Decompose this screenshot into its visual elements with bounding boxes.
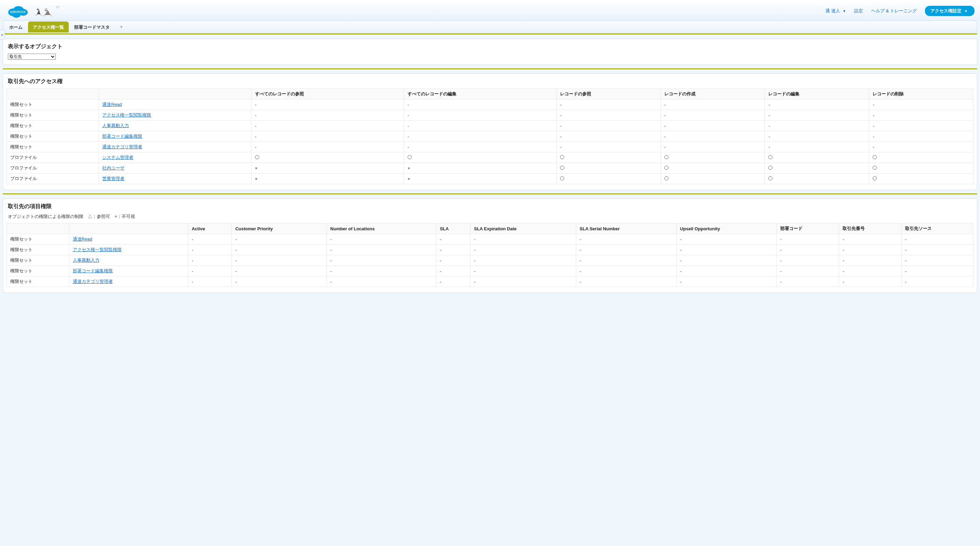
salesforce-logo[interactable]: salesforce (5, 3, 30, 19)
permission-link[interactable]: 部署コード編集権限 (102, 133, 142, 139)
perm-cell: - (765, 110, 869, 121)
perm-cell: - (839, 276, 902, 287)
row-type: プロファイル (7, 152, 99, 163)
table-row: 権限セット通達Read------ (7, 99, 974, 110)
perm-cell (765, 163, 869, 174)
permission-link[interactable]: 部署コード編集権限 (73, 268, 113, 273)
tab-部署コードマスタ[interactable]: 部署コードマスタ (69, 22, 115, 32)
circle-icon (560, 176, 564, 180)
circle-icon (768, 166, 772, 170)
permission-link[interactable]: 通達カテゴリ管理者 (102, 144, 142, 149)
permission-link[interactable]: 通達カテゴリ管理者 (73, 279, 113, 284)
permission-link[interactable]: 営業管理者 (102, 176, 124, 181)
perm-cell (661, 152, 765, 163)
svg-rect-9 (45, 9, 48, 10)
perm-cell: - (557, 142, 661, 152)
help-link[interactable]: ヘルプ & トレーニング (871, 8, 917, 14)
perm-cell: - (661, 121, 765, 131)
perm-cell: - (839, 244, 902, 255)
perm-cell: - (188, 276, 231, 287)
circle-icon (768, 155, 772, 159)
perm-cell: - (188, 266, 231, 276)
perm-cell (869, 163, 974, 174)
table-header: レコードの削除 (869, 89, 974, 99)
circle-icon (664, 166, 668, 170)
app-switcher-button[interactable]: アクセス権設定 ▼ (925, 6, 975, 16)
row-name: 通達カテゴリ管理者 (99, 142, 251, 152)
perm-cell: - (765, 99, 869, 110)
perm-cell (661, 174, 765, 184)
permission-link[interactable]: アクセス権一覧閲覧権限 (73, 247, 122, 252)
permission-link[interactable]: システム管理者 (102, 155, 134, 160)
perm-cell: - (188, 255, 231, 266)
perm-cell: - (661, 110, 765, 121)
perm-cell: - (661, 131, 765, 142)
perm-cell: - (232, 266, 327, 276)
object-select[interactable]: 取引先 (8, 54, 56, 60)
perm-cell: × (404, 163, 556, 174)
table-header: レコードの参照 (557, 89, 661, 99)
perm-cell: - (869, 110, 974, 121)
perm-cell: - (557, 110, 661, 121)
perm-cell: - (839, 234, 902, 244)
perm-cell: - (471, 255, 576, 266)
circle-icon (664, 155, 668, 159)
sidebar-toggle[interactable]: ▸ (0, 29, 5, 40)
permission-link[interactable]: 通達Read (102, 102, 122, 107)
perm-cell (869, 174, 974, 184)
perm-cell: - (869, 142, 974, 152)
permission-link[interactable]: アクセス権一覧閲覧権限 (102, 113, 151, 117)
perm-cell: - (404, 99, 556, 110)
svg-text:'17: '17 (56, 5, 59, 9)
perm-cell: - (901, 234, 973, 244)
tab-underline (3, 33, 977, 35)
perm-cell: - (404, 110, 556, 121)
table-header: レコードの作成 (661, 89, 765, 99)
permission-link[interactable]: 人事異動入力 (73, 258, 100, 263)
tab-アクセス権一覧[interactable]: アクセス権一覧 (28, 22, 69, 32)
permission-link[interactable]: 通達Read (73, 236, 92, 241)
panel-access-title: 取引先へのアクセス権 (3, 74, 977, 89)
perm-cell: - (765, 131, 869, 142)
perm-cell: - (765, 142, 869, 152)
panel-object-select: 表示するオブジェクト 取引先 (3, 39, 977, 65)
perm-cell: - (776, 266, 839, 276)
perm-cell: - (776, 255, 839, 266)
tab-bar: ホームアクセス権一覧部署コードマスタ+ (3, 21, 977, 33)
perm-cell: - (901, 276, 973, 287)
table-row: 権限セット通達カテゴリ管理者---------- (7, 276, 974, 287)
permission-link[interactable]: 人事異動入力 (102, 123, 129, 128)
table-row: 権限セットアクセス権一覧閲覧権限---------- (7, 244, 974, 255)
perm-cell: - (188, 244, 231, 255)
perm-cell: - (676, 276, 776, 287)
row-name: 部署コード編集権限 (99, 131, 251, 142)
row-type: 権限セット (7, 142, 99, 152)
perm-cell: × (404, 174, 556, 184)
header-right: 通 達人 ▼ 設定 ヘルプ & トレーニング アクセス権設定 ▼ (826, 6, 975, 16)
accent-divider (3, 194, 977, 194)
perm-cell: - (188, 234, 231, 244)
perm-cell: - (901, 255, 973, 266)
tab-ホーム[interactable]: ホーム (5, 22, 27, 32)
access-table: すべてのレコードの参照すべてのレコードの編集レコードの参照レコードの作成レコード… (6, 89, 974, 184)
table-header (7, 89, 99, 99)
user-menu[interactable]: 通 達人 ▼ (826, 8, 846, 14)
perm-cell (557, 163, 661, 174)
row-type: 権限セット (7, 244, 69, 255)
table-row: 権限セットアクセス権一覧閲覧権限------ (7, 110, 974, 121)
perm-cell: - (326, 244, 436, 255)
perm-cell: - (251, 121, 404, 131)
perm-cell: - (436, 244, 471, 255)
perm-cell: - (232, 255, 327, 266)
row-name: 人事異動入力 (69, 255, 188, 266)
settings-link[interactable]: 設定 (854, 8, 863, 14)
row-name: アクセス権一覧閲覧権限 (99, 110, 251, 121)
panel-object-title: 表示するオブジェクト (3, 39, 977, 54)
tab-add[interactable]: + (115, 22, 127, 32)
circle-icon (255, 155, 259, 159)
table-header: 取引先ソース (901, 224, 973, 234)
perm-cell: - (661, 99, 765, 110)
perm-cell: - (471, 244, 576, 255)
table-row: 権限セット部署コード編集権限---------- (7, 266, 974, 276)
permission-link[interactable]: 社内ユーザ (102, 165, 124, 170)
